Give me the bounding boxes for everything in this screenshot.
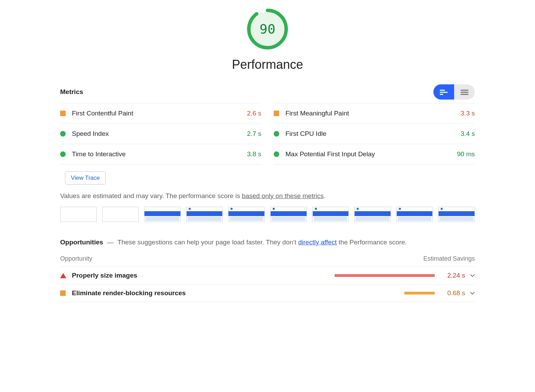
metric-value: 2.6 s xyxy=(247,110,261,117)
filmstrip-frame[interactable] xyxy=(144,207,181,222)
toggle-detail-view[interactable] xyxy=(454,84,475,100)
opportunity-name: Eliminate render-blocking resources xyxy=(72,289,331,297)
opportunity-row[interactable]: Eliminate render-blocking resources0.68 … xyxy=(60,284,475,302)
chevron-down-icon xyxy=(470,273,475,278)
circle-icon xyxy=(60,131,66,137)
metric-name: First Meaningful Paint xyxy=(285,110,461,117)
metric-row[interactable]: Speed Index2.7 s xyxy=(60,123,261,144)
opportunities-link[interactable]: directly affect xyxy=(298,239,337,246)
opportunities-columns: Opportunity Estimated Savings xyxy=(60,255,475,267)
triangle-icon xyxy=(60,273,66,278)
toggle-summary-view[interactable] xyxy=(433,84,454,100)
metrics-heading: Metrics xyxy=(60,88,83,96)
score-gauge: 90 xyxy=(247,8,288,50)
metric-name: First CPU Idle xyxy=(285,130,461,138)
square-icon xyxy=(274,111,279,116)
metrics-grid: First Contentful Paint2.6 sSpeed Index2.… xyxy=(60,103,475,165)
metric-row[interactable]: First Contentful Paint2.6 s xyxy=(60,103,261,123)
savings-value: 2.24 s xyxy=(441,272,465,279)
filmstrip-frame[interactable] xyxy=(438,207,475,222)
metric-name: Time to Interactive xyxy=(72,150,247,158)
metric-name: Max Potential First Input Delay xyxy=(285,150,457,158)
square-icon xyxy=(60,290,66,296)
score-value: 90 xyxy=(247,8,288,50)
filmstrip-frame[interactable] xyxy=(102,207,139,222)
score-area: 90 Performance xyxy=(60,8,475,72)
filmstrip-frame[interactable] xyxy=(60,207,97,222)
metric-row[interactable]: First Meaningful Paint3.3 s xyxy=(274,103,475,123)
metric-row[interactable]: Time to Interactive3.8 s xyxy=(60,144,261,165)
filmstrip-frame[interactable] xyxy=(270,207,307,222)
view-toggle xyxy=(433,84,475,100)
opportunity-name: Properly size images xyxy=(72,272,331,279)
square-icon xyxy=(60,111,66,116)
metric-value: 3.8 s xyxy=(247,150,261,158)
metric-value: 90 ms xyxy=(457,150,475,158)
circle-icon xyxy=(60,151,66,157)
chevron-down-icon xyxy=(470,290,475,296)
savings-bar xyxy=(404,292,435,295)
metric-value: 3.3 s xyxy=(461,110,475,117)
metric-value: 2.7 s xyxy=(247,130,261,138)
metric-value: 3.4 s xyxy=(461,130,475,138)
col-opportunity: Opportunity xyxy=(60,255,92,262)
metrics-note: Values are estimated and may vary. The p… xyxy=(60,192,475,200)
filmstrip-frame[interactable] xyxy=(312,207,349,222)
circle-icon xyxy=(274,131,279,137)
filmstrip xyxy=(60,207,475,222)
metric-name: Speed Index xyxy=(72,130,247,138)
filmstrip-frame[interactable] xyxy=(354,207,391,222)
circle-icon xyxy=(274,151,279,157)
filmstrip-frame[interactable] xyxy=(186,207,223,222)
metric-row[interactable]: First CPU Idle3.4 s xyxy=(274,123,475,144)
metric-row[interactable]: Max Potential First Input Delay90 ms xyxy=(274,144,475,165)
score-title: Performance xyxy=(60,57,475,72)
opportunity-row[interactable]: Properly size images2.24 s xyxy=(60,267,475,284)
opportunities-heading: Opportunities — These suggestions can he… xyxy=(60,239,475,246)
filmstrip-frame[interactable] xyxy=(396,207,433,222)
metric-name: First Contentful Paint xyxy=(72,110,247,117)
savings-value: 0.68 s xyxy=(441,289,465,297)
metrics-note-link[interactable]: based only on these metrics xyxy=(242,192,324,199)
col-savings: Estimated Savings xyxy=(423,255,475,262)
filmstrip-frame[interactable] xyxy=(228,207,265,222)
savings-bar xyxy=(335,274,435,277)
view-trace-button[interactable]: View Trace xyxy=(65,171,106,185)
